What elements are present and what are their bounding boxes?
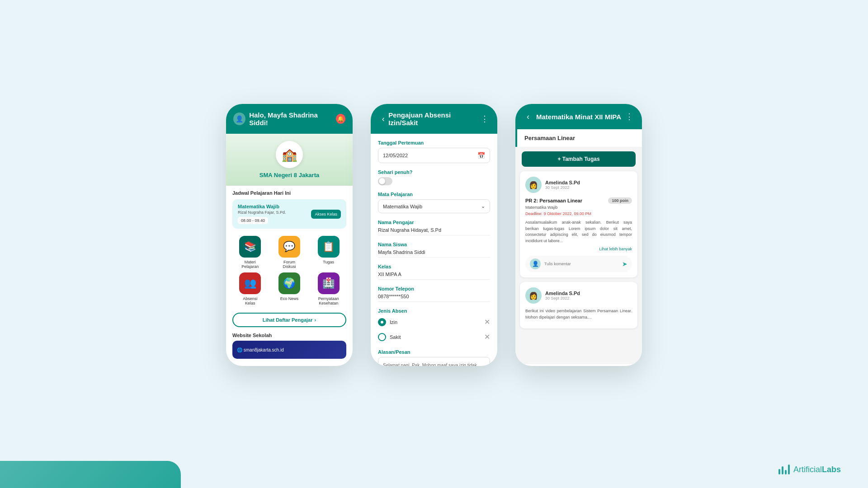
sakit-clear-button[interactable]: ✕ bbox=[484, 333, 490, 341]
greeting-text: Halo, Mayfa Shadrina Siddi! bbox=[249, 111, 336, 127]
avatar-icon: 👤 bbox=[233, 113, 245, 125]
mata-field: Mata Pelajaran Matematika Wajib ⌄ bbox=[378, 192, 490, 213]
alasan-textarea[interactable]: Selamat pagi, Pak. Mohon maaf saya izin … bbox=[378, 357, 490, 366]
radio-izin[interactable]: Izin ✕ bbox=[378, 316, 490, 328]
website-section: Website Sekolah 🌐 sman8jakarta.sch.id bbox=[226, 330, 353, 359]
materi-icon: 📚 bbox=[239, 236, 261, 258]
post-card-1: 👩 Amelinda S.Pd 30 Sept 2022 PR 2: Persa… bbox=[520, 171, 637, 277]
date-input[interactable]: 12/05/2022 📅 bbox=[378, 148, 490, 163]
schedule-section-title: Jadwal Pelajaran Hari Ini bbox=[232, 190, 346, 196]
absensi-form: Tanggal Pertemuan 12/05/2022 📅 Sehari pe… bbox=[371, 134, 497, 366]
menu-tugas[interactable]: 📋 Tugas bbox=[311, 236, 346, 269]
bar2 bbox=[782, 466, 783, 474]
website-preview: 🌐 sman8jakarta.sch.id bbox=[232, 341, 346, 359]
post-meta-1: Amelinda S.Pd 30 Sept 2022 bbox=[545, 180, 580, 190]
schedule-time: 08.00 - 09.40 bbox=[238, 217, 268, 224]
jenis-field: Jenis Absen Izin ✕ Sakit bbox=[378, 308, 490, 343]
sehari-toggle[interactable] bbox=[378, 177, 392, 185]
calendar-icon: 📅 bbox=[477, 152, 485, 159]
comment-input-1[interactable] bbox=[544, 262, 618, 266]
sehari-label: Sehari penuh? bbox=[378, 169, 490, 175]
phones-container: 👤 Halo, Mayfa Shadrina Siddi! 🔔 🏫 SMA Ne… bbox=[226, 104, 642, 366]
toggle-knob bbox=[379, 178, 385, 184]
post-header-2: 👩 Amelinda S.Pd 30 Sept 2022 bbox=[525, 287, 632, 304]
kelas-field: Kelas XII MIPA A bbox=[378, 264, 490, 280]
radio-group: Izin ✕ Sakit ✕ bbox=[378, 316, 490, 343]
mata-dropdown[interactable]: Matematika Wajib ⌄ bbox=[378, 199, 490, 213]
izin-clear-button[interactable]: ✕ bbox=[484, 318, 490, 326]
phone-absensi: ‹ Pengajuan Absensi Izin/Sakit ⋮ Tanggal… bbox=[371, 104, 497, 366]
date-value: 12/05/2022 bbox=[383, 153, 408, 158]
pengajar-label: Nama Pengajar bbox=[378, 220, 490, 225]
lihat-btn-label: Lihat Daftar Pengajar bbox=[263, 317, 313, 323]
econews-icon: 🌍 bbox=[278, 272, 300, 294]
post-title-row-1: PR 2: Persamaan Linear 100 poin bbox=[525, 197, 632, 204]
menu-absensi[interactable]: 👥 AbsensiKelas bbox=[232, 272, 268, 305]
send-button-1[interactable]: ➤ bbox=[622, 260, 627, 267]
econews-label: Eco News bbox=[280, 296, 299, 301]
telepon-label: Nomor Telepon bbox=[378, 286, 490, 291]
chevron-down-icon: ⌄ bbox=[481, 203, 485, 209]
more-button-3[interactable]: ⋮ bbox=[624, 111, 635, 122]
mata-label: Mata Pelajaran bbox=[378, 192, 490, 197]
back-button-3[interactable]: ‹ bbox=[523, 111, 533, 122]
telepon-value: 0878******550 bbox=[378, 294, 490, 302]
post-title-1: PR 2: Persamaan Linear bbox=[525, 198, 582, 203]
more-button[interactable]: ⋮ bbox=[480, 113, 490, 124]
menu-materi[interactable]: 📚 MateriPelajaran bbox=[232, 236, 268, 269]
phone3-header: ‹ Matematika Minat XII MIPA ⋮ bbox=[515, 104, 642, 129]
radio-izin-left: Izin bbox=[378, 318, 397, 326]
kesehatan-icon: 🏥 bbox=[318, 272, 340, 294]
bar1 bbox=[778, 469, 780, 474]
mata-value: Matematika Wajib bbox=[383, 204, 422, 209]
kelas-value: XII MIPA A bbox=[378, 272, 490, 280]
post-points-1: 100 poin bbox=[608, 197, 632, 204]
school-banner: 🏫 SMA Negeri 8 Jakarta bbox=[226, 134, 353, 186]
akses-kelas-button[interactable]: Akses Kelas bbox=[311, 210, 341, 219]
bar3 bbox=[785, 470, 787, 474]
siswa-field: Nama Siswa Mayfa Shadrina Siddi bbox=[378, 242, 490, 258]
schedule-teacher: Rizal Nugraha Fajar, S.Pd. bbox=[238, 210, 307, 215]
topic-banner: Persamaan Linear bbox=[515, 129, 642, 147]
lihat-link-1[interactable]: Lihat lebih banyak bbox=[525, 247, 632, 251]
phone2-header: ‹ Pengajuan Absensi Izin/Sakit ⋮ bbox=[371, 104, 497, 134]
telepon-field: Nomor Telepon 0878******550 bbox=[378, 286, 490, 302]
header-left: 👤 Halo, Mayfa Shadrina Siddi! bbox=[233, 111, 336, 127]
website-title: Website Sekolah bbox=[232, 333, 346, 338]
radio-sakit[interactable]: Sakit ✕ bbox=[378, 331, 490, 343]
watermark-text: ArtificialLabs bbox=[793, 465, 841, 474]
absensi-label: AbsensiKelas bbox=[243, 296, 257, 305]
alasan-label: Alasan/Pesan bbox=[378, 349, 490, 355]
school-name: SMA Negeri 8 Jakarta bbox=[233, 172, 345, 178]
bg-gradient bbox=[0, 461, 181, 488]
materi-label: MateriPelajaran bbox=[241, 260, 259, 269]
menu-kesehatan[interactable]: 🏥 PernyataanKesehatan bbox=[311, 272, 346, 305]
menu-econews[interactable]: 🌍 Eco News bbox=[272, 272, 307, 305]
post-subject-1: Matematika Wajib bbox=[525, 205, 632, 210]
post-header-1: 👩 Amelinda S.Pd 30 Sept 2022 bbox=[525, 177, 632, 193]
post-avatar-1: 👩 bbox=[525, 177, 542, 193]
watermark-icon bbox=[778, 465, 790, 474]
post-name-1: Amelinda S.Pd bbox=[545, 180, 580, 185]
tambah-tugas-button[interactable]: + Tambah Tugas bbox=[522, 151, 636, 167]
date-label: Tanggal Pertemuan bbox=[378, 140, 490, 145]
siswa-value: Mayfa Shadrina Siddi bbox=[378, 249, 490, 258]
phone1-content: 🏫 SMA Negeri 8 Jakarta Jadwal Pelajaran … bbox=[226, 134, 353, 366]
post-name-2: Amelinda S.Pd bbox=[545, 291, 580, 296]
lihat-pengajar-button[interactable]: Lihat Daftar Pengajar › bbox=[232, 313, 346, 327]
back-button[interactable]: ‹ bbox=[378, 113, 388, 124]
radio-sakit-circle bbox=[378, 333, 386, 341]
menu-forum[interactable]: 💬 ForumDiskusi bbox=[272, 236, 307, 269]
post-card-2: 👩 Amelinda S.Pd 30 Sept 2022 Berikut ini… bbox=[520, 282, 637, 328]
post-avatar-2: 👩 bbox=[525, 287, 542, 304]
pengajar-value: Rizal Nugraha Hidayat, S.Pd bbox=[378, 227, 490, 235]
schedule-subject: Matematika Wajib bbox=[238, 204, 307, 209]
alasan-field: Alasan/Pesan Selamat pagi, Pak. Mohon ma… bbox=[378, 349, 490, 366]
schedule-section: Jadwal Pelajaran Hari Ini Matematika Waj… bbox=[226, 186, 353, 231]
phone-matematika: ‹ Matematika Minat XII MIPA ⋮ Persamaan … bbox=[515, 104, 642, 366]
watermark: ArtificialLabs bbox=[778, 465, 841, 474]
bell-icon[interactable]: 🔔 bbox=[336, 114, 345, 124]
phone3-title: Matematika Minat XII MIPA bbox=[536, 113, 621, 121]
bar4 bbox=[788, 465, 790, 474]
absensi-icon: 👥 bbox=[239, 272, 261, 294]
